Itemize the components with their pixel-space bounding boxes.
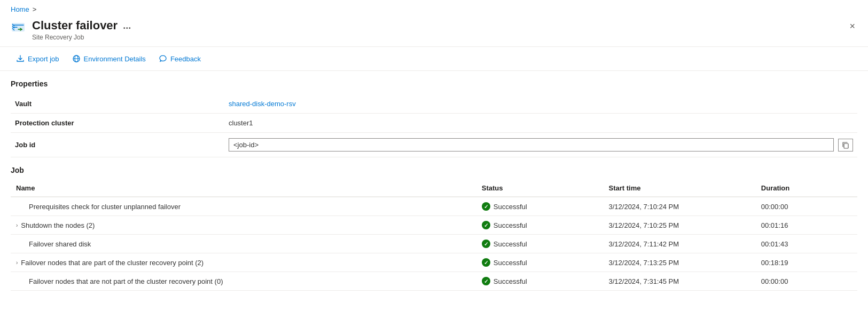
- protection-cluster-label: Protection cluster: [11, 114, 224, 133]
- table-row: Failover nodes that are not part of the …: [11, 272, 857, 291]
- job-section-title: Job: [11, 166, 857, 174]
- page-header: Cluster failover ... Site Recovery Job ×: [0, 17, 868, 47]
- more-options-button[interactable]: ...: [123, 20, 131, 31]
- job-name-text: Prerequisites check for cluster unplanne…: [16, 203, 181, 211]
- close-button[interactable]: ×: [847, 19, 857, 34]
- job-row-status: Successful: [476, 253, 604, 272]
- success-icon: [482, 258, 490, 267]
- property-vault: Vault shared-disk-demo-rsv: [11, 94, 857, 114]
- chevron-right-icon: ›: [16, 260, 18, 266]
- col-header-name: Name: [11, 180, 476, 197]
- copy-icon: [842, 141, 849, 149]
- property-job-id: Job id: [11, 133, 857, 157]
- header-content: Cluster failover ... Site Recovery Job: [32, 19, 847, 41]
- status-text: Successful: [494, 259, 527, 267]
- page-title-row: Cluster failover ...: [32, 19, 847, 33]
- properties-title: Properties: [11, 79, 857, 88]
- feedback-icon: [159, 54, 167, 63]
- site-recovery-icon: [11, 20, 26, 36]
- export-job-button[interactable]: Export job: [11, 51, 65, 66]
- table-row: ›Shutdown the nodes (2)Successful3/12/20…: [11, 216, 857, 235]
- page-subtitle: Site Recovery Job: [32, 34, 847, 41]
- environment-icon: [72, 54, 81, 63]
- col-header-status: Status: [476, 180, 604, 197]
- job-id-label: Job id: [11, 133, 224, 157]
- success-icon: [482, 240, 490, 248]
- expand-button[interactable]: ›Shutdown the nodes (2): [16, 221, 95, 229]
- breadcrumb-separator: >: [33, 5, 37, 13]
- job-row-starttime: 3/12/2024, 7:13:25 PM: [604, 253, 756, 272]
- job-section: Job Name Status Start time Duration Prer…: [0, 162, 868, 295]
- job-row-status: Successful: [476, 272, 604, 291]
- job-row-status: Successful: [476, 197, 604, 216]
- feedback-label: Feedback: [170, 55, 201, 63]
- protection-cluster-value: cluster1: [224, 114, 857, 133]
- job-row-status: Successful: [476, 216, 604, 235]
- expand-button[interactable]: ›Failover nodes that are part of the clu…: [16, 259, 204, 267]
- job-id-input[interactable]: [229, 138, 834, 151]
- status-text: Successful: [494, 221, 527, 229]
- breadcrumb: Home >: [0, 0, 868, 17]
- properties-section: Properties Vault shared-disk-demo-rsv Pr…: [0, 71, 868, 162]
- job-row-starttime: 3/12/2024, 7:31:45 PM: [604, 272, 756, 291]
- success-icon: [482, 277, 490, 285]
- table-row: ›Failover nodes that are part of the clu…: [11, 253, 857, 272]
- job-row-name: Failover shared disk: [11, 235, 476, 253]
- job-row-name: Failover nodes that are not part of the …: [11, 272, 476, 291]
- vault-value: shared-disk-demo-rsv: [224, 94, 857, 114]
- job-row-starttime: 3/12/2024, 7:10:24 PM: [604, 197, 756, 216]
- vault-label: Vault: [11, 94, 224, 114]
- col-header-duration: Duration: [756, 180, 857, 197]
- property-protection-cluster: Protection cluster cluster1: [11, 114, 857, 133]
- page-title-text: Cluster failover: [32, 19, 118, 33]
- job-name-text: Failover shared disk: [16, 240, 91, 248]
- status-text: Successful: [494, 277, 527, 285]
- job-row-duration: 00:00:00: [756, 272, 857, 291]
- table-row: Prerequisites check for cluster unplanne…: [11, 197, 857, 216]
- success-icon: [482, 202, 490, 211]
- status-text: Successful: [494, 240, 527, 248]
- copy-job-id-button[interactable]: [838, 139, 853, 151]
- job-name-text: Failover nodes that are part of the clus…: [21, 259, 204, 267]
- job-row-name: Prerequisites check for cluster unplanne…: [11, 197, 476, 216]
- job-row-starttime: 3/12/2024, 7:10:25 PM: [604, 216, 756, 235]
- svg-rect-7: [844, 143, 848, 148]
- job-name-text: Failover nodes that are not part of the …: [16, 277, 223, 285]
- job-table: Name Status Start time Duration Prerequi…: [11, 180, 857, 291]
- col-header-starttime: Start time: [604, 180, 756, 197]
- chevron-right-icon: ›: [16, 222, 18, 228]
- table-row: Failover shared diskSuccessful3/12/2024,…: [11, 235, 857, 253]
- job-row-status: Successful: [476, 235, 604, 253]
- job-id-cell: [224, 133, 857, 157]
- job-row-duration: 00:00:00: [756, 197, 857, 216]
- status-text: Successful: [494, 203, 527, 211]
- export-icon: [16, 54, 25, 63]
- job-row-starttime: 3/12/2024, 7:11:42 PM: [604, 235, 756, 253]
- properties-table: Vault shared-disk-demo-rsv Protection cl…: [11, 94, 857, 157]
- success-icon: [482, 221, 490, 229]
- breadcrumb-home[interactable]: Home: [11, 5, 29, 13]
- job-table-header: Name Status Start time Duration: [11, 180, 857, 197]
- job-row-name[interactable]: ›Shutdown the nodes (2): [11, 216, 476, 235]
- vault-link[interactable]: shared-disk-demo-rsv: [229, 100, 296, 108]
- job-row-duration: 00:18:19: [756, 253, 857, 272]
- job-row-duration: 00:01:43: [756, 235, 857, 253]
- toolbar: Export job Environment Details Feedback: [0, 47, 868, 71]
- feedback-button[interactable]: Feedback: [153, 51, 206, 66]
- job-name-text: Shutdown the nodes (2): [21, 221, 95, 229]
- environment-details-label: Environment Details: [84, 55, 146, 63]
- job-row-duration: 00:01:16: [756, 216, 857, 235]
- job-row-name[interactable]: ›Failover nodes that are part of the clu…: [11, 253, 476, 272]
- environment-details-button[interactable]: Environment Details: [67, 51, 151, 66]
- export-job-label: Export job: [28, 55, 59, 63]
